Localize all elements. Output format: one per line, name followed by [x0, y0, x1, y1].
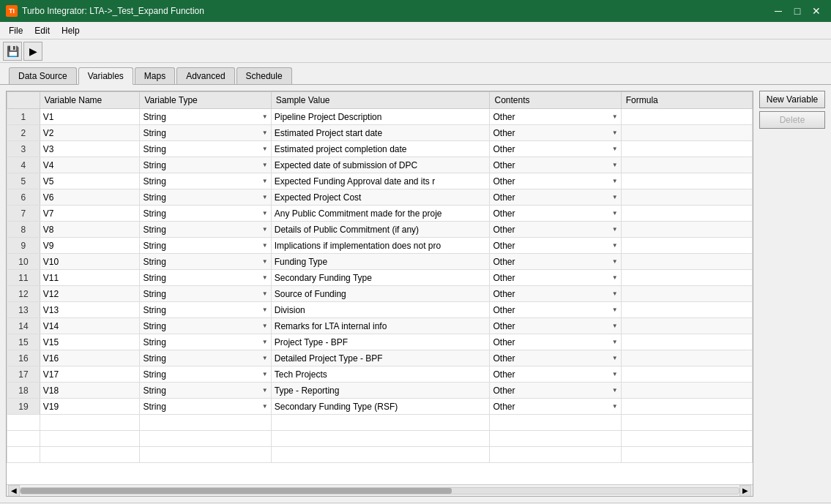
tab-variables[interactable]: Variables: [78, 67, 133, 85]
vartype-dropdown-arrow[interactable]: ▼: [262, 226, 268, 233]
vartype-dropdown-arrow[interactable]: ▼: [262, 290, 268, 297]
table-row[interactable]: 13 V13 String ▼ Division Other ▼: [7, 302, 753, 318]
scrollbar-thumb[interactable]: [21, 488, 452, 494]
contents-dropdown-arrow[interactable]: ▼: [612, 274, 618, 281]
cell-contents[interactable]: Other ▼: [490, 334, 621, 350]
menu-file[interactable]: File: [3, 24, 29, 37]
contents-dropdown-arrow[interactable]: ▼: [612, 323, 618, 329]
cell-vartype[interactable]: String ▼: [140, 254, 271, 270]
cell-vartype[interactable]: String ▼: [140, 173, 271, 189]
cell-vartype[interactable]: String ▼: [140, 399, 271, 415]
cell-vartype[interactable]: String ▼: [140, 189, 271, 206]
save-button[interactable]: 💾: [3, 42, 22, 61]
tab-advanced[interactable]: Advanced: [176, 67, 234, 84]
minimize-button[interactable]: ─: [769, 4, 787, 18]
table-row[interactable]: 10 V10 String ▼ Funding Type Other ▼: [7, 254, 753, 270]
scroll-right[interactable]: ▶: [739, 485, 751, 497]
table-row[interactable]: 17 V17 String ▼ Tech Projects Other ▼: [7, 366, 753, 383]
vartype-dropdown-arrow[interactable]: ▼: [262, 113, 268, 120]
contents-dropdown-arrow[interactable]: ▼: [612, 306, 618, 313]
run-button[interactable]: ▶: [23, 42, 42, 61]
table-row[interactable]: 16 V16 String ▼ Detailed Project Type - …: [7, 350, 753, 366]
cell-contents[interactable]: Other ▼: [490, 399, 621, 415]
contents-dropdown-arrow[interactable]: ▼: [612, 258, 618, 265]
contents-dropdown-arrow[interactable]: ▼: [612, 178, 618, 184]
cell-contents[interactable]: Other ▼: [490, 270, 621, 286]
cell-vartype[interactable]: String ▼: [140, 286, 271, 302]
contents-dropdown-arrow[interactable]: ▼: [612, 210, 618, 217]
table-row[interactable]: 8 V8 String ▼ Details of Public Commitme…: [7, 222, 753, 238]
table-row[interactable]: 6 V6 String ▼ Expected Project Cost Othe…: [7, 189, 753, 206]
contents-dropdown-arrow[interactable]: ▼: [612, 226, 618, 233]
table-row[interactable]: 19 V19 String ▼ Secondary Funding Type (…: [7, 399, 753, 415]
tab-schedule[interactable]: Schedule: [236, 67, 292, 84]
cell-vartype[interactable]: String ▼: [140, 125, 271, 141]
cell-contents[interactable]: Other ▼: [490, 302, 621, 318]
cell-vartype[interactable]: String ▼: [140, 157, 271, 173]
cell-contents[interactable]: Other ▼: [490, 206, 621, 222]
cell-contents[interactable]: Other ▼: [490, 125, 621, 141]
cell-contents[interactable]: Other ▼: [490, 157, 621, 173]
cell-vartype[interactable]: String ▼: [140, 302, 271, 318]
cell-contents[interactable]: Other ▼: [490, 286, 621, 302]
vartype-dropdown-arrow[interactable]: ▼: [262, 371, 268, 377]
horizontal-scrollbar[interactable]: ◀ ▶: [7, 484, 753, 496]
table-row[interactable]: 18 V18 String ▼ Type - Reporting Other ▼: [7, 383, 753, 399]
table-row[interactable]: 1 V1 String ▼ Pipeline Project Descripti…: [7, 109, 753, 125]
vartype-dropdown-arrow[interactable]: ▼: [262, 403, 268, 410]
vartype-dropdown-arrow[interactable]: ▼: [262, 178, 268, 184]
contents-dropdown-arrow[interactable]: ▼: [612, 339, 618, 345]
contents-dropdown-arrow[interactable]: ▼: [612, 194, 618, 200]
cell-contents[interactable]: Other ▼: [490, 222, 621, 238]
new-variable-button[interactable]: New Variable: [759, 91, 825, 108]
contents-dropdown-arrow[interactable]: ▼: [612, 242, 618, 249]
cell-contents[interactable]: Other ▼: [490, 350, 621, 366]
cell-vartype[interactable]: String ▼: [140, 334, 271, 350]
cell-vartype[interactable]: String ▼: [140, 238, 271, 254]
contents-dropdown-arrow[interactable]: ▼: [612, 355, 618, 361]
vartype-dropdown-arrow[interactable]: ▼: [262, 306, 268, 313]
cell-contents[interactable]: Other ▼: [490, 109, 621, 125]
cell-vartype[interactable]: String ▼: [140, 318, 271, 334]
vartype-dropdown-arrow[interactable]: ▼: [262, 194, 268, 200]
table-row[interactable]: 3 V3 String ▼ Estimated project completi…: [7, 141, 753, 157]
close-button[interactable]: ✕: [808, 4, 825, 18]
vartype-dropdown-arrow[interactable]: ▼: [262, 210, 268, 217]
table-row[interactable]: 12 V12 String ▼ Source of Funding Other …: [7, 286, 753, 302]
vartype-dropdown-arrow[interactable]: ▼: [262, 162, 268, 168]
contents-dropdown-arrow[interactable]: ▼: [612, 162, 618, 168]
delete-button[interactable]: Delete: [759, 111, 825, 129]
table-row[interactable]: 4 V4 String ▼ Expected date of submissio…: [7, 157, 753, 173]
table-row[interactable]: 15 V15 String ▼ Project Type - BPF Other…: [7, 334, 753, 350]
vartype-dropdown-arrow[interactable]: ▼: [262, 274, 268, 281]
cell-vartype[interactable]: String ▼: [140, 206, 271, 222]
table-row[interactable]: 7 V7 String ▼ Any Public Commitment made…: [7, 206, 753, 222]
cell-vartype[interactable]: String ▼: [140, 270, 271, 286]
contents-dropdown-arrow[interactable]: ▼: [612, 371, 618, 377]
cell-contents[interactable]: Other ▼: [490, 238, 621, 254]
cell-vartype[interactable]: String ▼: [140, 366, 271, 383]
vartype-dropdown-arrow[interactable]: ▼: [262, 387, 268, 394]
menu-edit[interactable]: Edit: [29, 24, 56, 37]
cell-vartype[interactable]: String ▼: [140, 109, 271, 125]
cell-contents[interactable]: Other ▼: [490, 141, 621, 157]
contents-dropdown-arrow[interactable]: ▼: [612, 113, 618, 120]
table-row[interactable]: 14 V14 String ▼ Remarks for LTA internal…: [7, 318, 753, 334]
vartype-dropdown-arrow[interactable]: ▼: [262, 258, 268, 265]
contents-dropdown-arrow[interactable]: ▼: [612, 290, 618, 297]
vartype-dropdown-arrow[interactable]: ▼: [262, 146, 268, 152]
tab-datasource[interactable]: Data Source: [9, 67, 77, 84]
scrollbar-track[interactable]: [20, 487, 739, 494]
vartype-dropdown-arrow[interactable]: ▼: [262, 323, 268, 329]
contents-dropdown-arrow[interactable]: ▼: [612, 129, 618, 136]
cell-contents[interactable]: Other ▼: [490, 318, 621, 334]
vartype-dropdown-arrow[interactable]: ▼: [262, 129, 268, 136]
scroll-left[interactable]: ◀: [8, 485, 20, 497]
table-row[interactable]: 5 V5 String ▼ Expected Funding Approval …: [7, 173, 753, 189]
table-row[interactable]: 2 V2 String ▼ Estimated Project start da…: [7, 125, 753, 141]
vartype-dropdown-arrow[interactable]: ▼: [262, 242, 268, 249]
contents-dropdown-arrow[interactable]: ▼: [612, 387, 618, 394]
table-scroll[interactable]: Variable Name Variable Type Sample Value…: [7, 91, 753, 484]
cell-contents[interactable]: Other ▼: [490, 383, 621, 399]
vartype-dropdown-arrow[interactable]: ▼: [262, 339, 268, 345]
